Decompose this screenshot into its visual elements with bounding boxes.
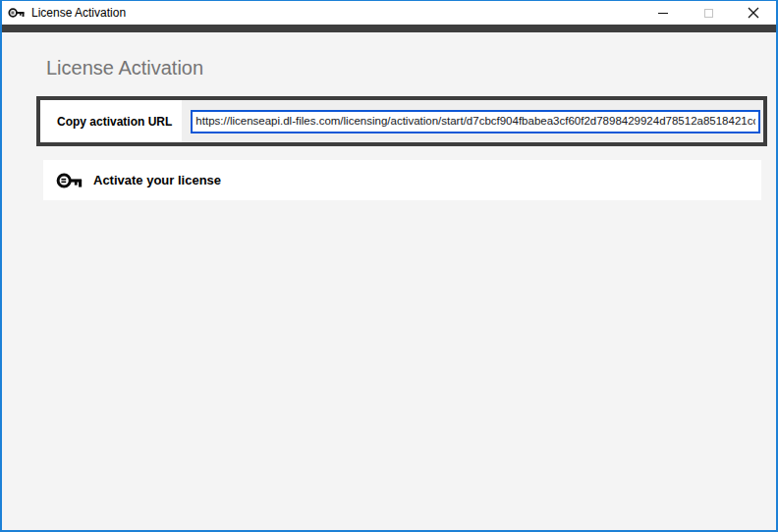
activate-license-label: Activate your license bbox=[93, 173, 221, 187]
title-bar: License Activation bbox=[2, 1, 776, 25]
key-icon bbox=[56, 170, 83, 191]
activation-url-input[interactable] bbox=[191, 110, 760, 133]
key-icon bbox=[8, 6, 25, 20]
maximize-button bbox=[686, 1, 731, 25]
activate-license-button[interactable]: Activate your license bbox=[43, 160, 761, 200]
page-title: License Activation bbox=[46, 57, 761, 80]
header-dark-strip bbox=[2, 25, 776, 32]
window-title: License Activation bbox=[31, 6, 126, 20]
close-button[interactable] bbox=[731, 1, 776, 25]
license-activation-window: License Activation License Activation Co… bbox=[0, 0, 778, 532]
activation-url-field-wrap bbox=[182, 100, 763, 142]
copy-activation-url-row: Copy activation URL bbox=[36, 96, 767, 146]
close-icon bbox=[748, 7, 759, 19]
main-content: License Activation Copy activation URL A… bbox=[2, 57, 776, 200]
minimize-icon bbox=[658, 13, 668, 14]
minimize-button[interactable] bbox=[640, 1, 686, 25]
copy-activation-url-label: Copy activation URL bbox=[40, 100, 182, 142]
maximize-icon bbox=[704, 9, 713, 18]
